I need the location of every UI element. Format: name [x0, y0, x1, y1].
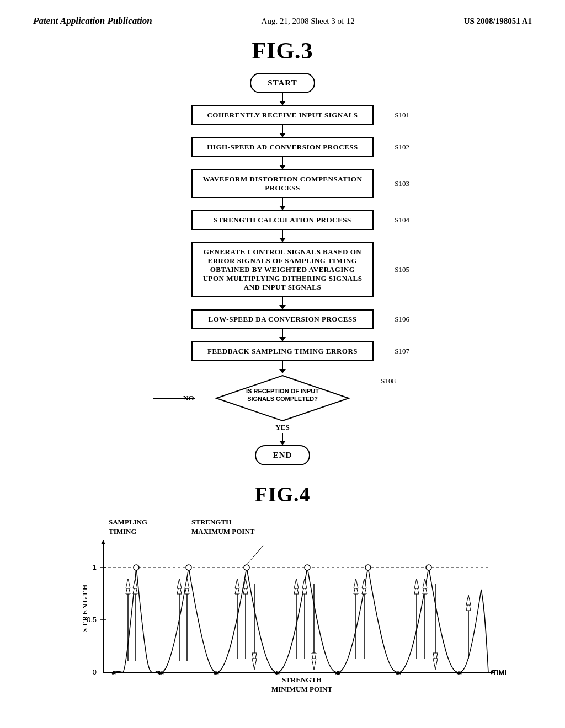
strength-min-label: STRENGTHMINIMUM POINT — [271, 676, 332, 694]
s104-wrapper: STRENGTH CALCULATION PROCESS S104 — [139, 210, 426, 230]
svg-marker-21 — [126, 579, 130, 588]
svg-point-25 — [134, 565, 139, 570]
s102-wrapper: HIGH-SPEED AD CONVERSION PROCESS S102 — [139, 137, 426, 157]
svg-marker-51 — [294, 579, 299, 588]
publication-label: Patent Application Publication — [33, 15, 152, 26]
svg-marker-63 — [354, 579, 358, 588]
svg-text:SIGNALS COMPLETED?: SIGNALS COMPLETED? — [247, 395, 318, 402]
s103-label: S103 — [395, 179, 409, 188]
fig3-title: FIG.3 — [252, 38, 313, 64]
s103-box: WAVEFORM DISTORTION COMPENSATION PROCESS — [191, 169, 374, 198]
svg-point-46 — [244, 565, 249, 570]
svg-text:0.5: 0.5 — [87, 615, 97, 624]
svg-marker-45 — [252, 659, 257, 670]
sampling-timing-label: SAMPLINGTIMING — [109, 518, 147, 537]
s106-label: S106 — [395, 315, 409, 324]
s104-label: S104 — [395, 216, 409, 224]
s106-wrapper: LOW-SPEED DA CONVERSION PROCESS S106 — [139, 309, 426, 329]
svg-marker-24 — [133, 579, 137, 588]
svg-text:IS RECEPTION OF INPUT: IS RECEPTION OF INPUT — [246, 388, 319, 394]
s105-wrapper: GENERATE CONTROL SIGNALS BASED ON ERROR … — [139, 242, 426, 297]
patent-number: US 2008/198051 A1 — [464, 17, 532, 26]
s101-box: COHERENTLY RECEIVE INPUT SIGNALS — [191, 105, 374, 125]
svg-point-67 — [365, 565, 371, 570]
svg-marker-30 — [177, 579, 182, 588]
s105-box: GENERATE CONTROL SIGNALS BASED ON ERROR … — [191, 242, 374, 297]
page-header: Patent Application Publication Aug. 21, … — [0, 0, 565, 32]
svg-marker-57 — [312, 659, 316, 670]
s108-diamond: IS RECEPTION OF INPUT SIGNALS COMPLETED? — [214, 373, 351, 423]
s102-label: S102 — [395, 143, 409, 152]
svg-marker-39 — [235, 579, 239, 588]
main-content: FIG.3 START COHERENTLY RECEIVE INPUT SIG… — [0, 32, 565, 708]
svg-point-58 — [305, 565, 310, 570]
svg-text:1: 1 — [93, 563, 97, 571]
svg-point-79 — [426, 565, 431, 570]
no-label: NO — [183, 394, 194, 403]
s102-box: HIGH-SPEED AD CONVERSION PROCESS — [191, 137, 374, 157]
svg-point-34 — [186, 565, 191, 570]
s107-label: S107 — [395, 347, 409, 356]
svg-marker-54 — [302, 579, 307, 588]
chart-svg: 1 0.5 0 ✱ ✱ — [76, 534, 506, 694]
start-wrapper: START — [139, 73, 426, 93]
svg-text:0: 0 — [93, 668, 97, 676]
s108-label: S108 — [381, 377, 396, 386]
svg-text:✱: ✱ — [397, 670, 401, 676]
flowchart: START COHERENTLY RECEIVE INPUT SIGNALS S… — [139, 73, 426, 465]
fig4-section: FIG.4 SAMPLINGTIMING STRENGTHMAXIMUM POI… — [33, 482, 532, 697]
strength-max-label: STRENGTHMAXIMUM POINT — [191, 518, 254, 537]
yes-label: YES — [275, 423, 289, 432]
svg-marker-78 — [433, 659, 438, 670]
svg-marker-10 — [101, 540, 105, 544]
svg-marker-33 — [185, 579, 189, 588]
svg-text:✱: ✱ — [111, 670, 116, 676]
svg-text:✱: ✱ — [336, 670, 340, 676]
start-oval: START — [250, 73, 315, 93]
fig4-title: FIG.4 — [254, 482, 310, 506]
s101-wrapper: COHERENTLY RECEIVE INPUT SIGNALS S101 — [139, 105, 426, 125]
s105-label: S105 — [395, 265, 409, 274]
svg-marker-83 — [466, 595, 471, 605]
svg-text:✱: ✱ — [159, 670, 164, 676]
svg-line-84 — [247, 545, 263, 565]
s101-label: S101 — [395, 111, 409, 120]
s107-box: FEEDBACK SAMPLING TIMING ERRORS — [191, 341, 374, 361]
publication-date: Aug. 21, 2008 Sheet 3 of 12 — [262, 17, 355, 26]
s106-box: LOW-SPEED DA CONVERSION PROCESS — [191, 309, 374, 329]
fig3-section: FIG.3 START COHERENTLY RECEIVE INPUT SIG… — [33, 38, 532, 465]
s107-wrapper: FEEDBACK SAMPLING TIMING ERRORS S107 — [139, 341, 426, 361]
fig4-chart: SAMPLINGTIMING STRENGTHMAXIMUM POINT STR… — [56, 515, 509, 697]
svg-text:TIME: TIME — [492, 668, 506, 677]
s108-wrapper: NO IS RECEPTION OF INPUT SIGNALS COMPLET… — [139, 373, 426, 423]
s104-box: STRENGTH CALCULATION PROCESS — [191, 210, 374, 230]
svg-text:✱: ✱ — [215, 670, 219, 676]
s103-wrapper: WAVEFORM DISTORTION COMPENSATION PROCESS… — [139, 169, 426, 198]
svg-text:✱: ✱ — [457, 670, 462, 676]
svg-marker-72 — [414, 579, 419, 588]
end-wrapper: END — [139, 445, 426, 465]
end-oval: END — [255, 445, 310, 465]
